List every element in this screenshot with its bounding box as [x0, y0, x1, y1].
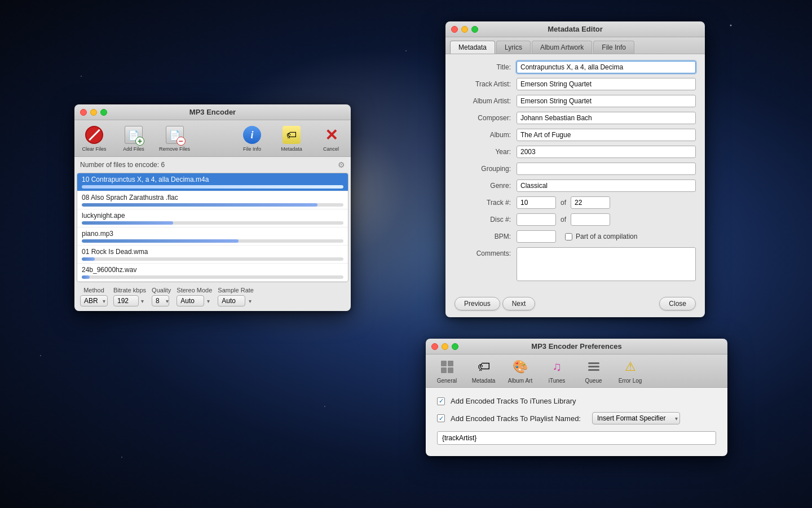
meta-minimize-button[interactable]: [461, 26, 468, 33]
disc-total-input[interactable]: [571, 213, 610, 226]
clear-icon-visual: [85, 126, 103, 144]
meta-traffic-lights: [451, 26, 478, 33]
quality-setting: Quality 8: [152, 287, 171, 306]
remove-icon: 📄: [165, 125, 185, 145]
compilation-checkbox[interactable]: [565, 233, 572, 240]
format-specifier-select[interactable]: Insert Format Specifier: [592, 412, 680, 424]
progress-bar-fill: [82, 239, 239, 243]
pref-maximize-button[interactable]: [452, 343, 458, 350]
general-icon: [438, 358, 456, 376]
bitrate-select[interactable]: 192: [113, 295, 139, 306]
meta-icon-visual: 🏷: [283, 126, 301, 144]
mp3-content: Clear Files 📄 Add Files 📄 Remove Files i: [74, 120, 351, 311]
pref-close-button[interactable]: [431, 343, 438, 350]
meta-window-title: Metadata Editor: [548, 25, 603, 33]
compilation-label: Part of a compilation: [576, 233, 637, 240]
album-artist-row: Album Artist:: [454, 95, 696, 107]
track-number-input[interactable]: [517, 196, 556, 209]
comments-textarea[interactable]: [517, 247, 696, 281]
album-artist-input[interactable]: [517, 95, 696, 107]
tab-file-info[interactable]: File Info: [593, 41, 634, 54]
format-text-input[interactable]: [437, 431, 716, 445]
error-log-icon: ⚠: [621, 358, 639, 376]
minimize-button[interactable]: [90, 109, 97, 116]
quality-select[interactable]: 8: [152, 295, 169, 306]
progress-bar-bg: [82, 203, 343, 207]
list-item[interactable]: luckynight.ape: [77, 209, 348, 227]
track-row: Track #: of: [454, 196, 696, 209]
remove-files-label: Remove Files: [159, 146, 190, 152]
progress-bar-fill: [82, 185, 343, 189]
pref-content: ✓ Add Encoded Tracks To iTunes Library ✓…: [426, 388, 727, 456]
pref-metadata-label: Metadata: [472, 378, 496, 384]
pref-general-button[interactable]: General: [431, 358, 462, 384]
previous-button[interactable]: Previous: [454, 297, 500, 310]
grouping-input[interactable]: [517, 163, 696, 175]
album-input[interactable]: [517, 129, 696, 141]
track-of: of: [556, 199, 571, 207]
pref-metadata-button[interactable]: 🏷 Metadata: [468, 358, 499, 384]
album-artist-label: Album Artist:: [454, 97, 517, 105]
disc-number-input[interactable]: [517, 213, 556, 226]
stereo-select[interactable]: Auto: [176, 295, 204, 306]
pref-metadata-icon: 🏷: [475, 358, 493, 376]
remove-files-button[interactable]: 📄 Remove Files: [159, 125, 190, 152]
meta-maximize-button[interactable]: [471, 26, 478, 33]
list-item[interactable]: 01 Rock Is Dead.wma: [77, 246, 348, 264]
list-item[interactable]: piano.mp3: [77, 227, 348, 246]
quality-label: Quality: [152, 287, 171, 294]
stereo-label: Stereo Mode: [176, 287, 212, 294]
close-button[interactable]: [80, 109, 87, 116]
clear-files-label: Clear Files: [82, 146, 106, 152]
pref-errorlog-button[interactable]: ⚠ Error Log: [615, 358, 646, 384]
sample-label: Sample Rate: [218, 287, 254, 294]
grouping-row: Grouping:: [454, 163, 696, 175]
list-item[interactable]: 10 Contrapunctus X, a 4, alla Decima.m4a: [77, 173, 348, 191]
progress-bar-bg: [82, 185, 343, 189]
maximize-button[interactable]: [100, 109, 107, 116]
pref-window-title: MP3 Encoder Preferences: [531, 342, 621, 351]
pref-queue-button[interactable]: Queue: [578, 358, 609, 384]
clear-files-button[interactable]: Clear Files: [80, 125, 108, 152]
list-item[interactable]: 24b_96000hz.wav: [77, 264, 348, 282]
track-artist-input[interactable]: [517, 78, 696, 90]
tab-lyrics[interactable]: Lyrics: [496, 41, 531, 54]
grouping-label: Grouping:: [454, 165, 517, 173]
next-button[interactable]: Next: [502, 297, 536, 310]
tab-metadata[interactable]: Metadata: [450, 41, 495, 54]
track-total-input[interactable]: [571, 196, 610, 209]
tab-album-artwork[interactable]: Album Artwork: [532, 41, 592, 54]
metadata-button[interactable]: 🏷 Metadata: [277, 125, 306, 152]
file-name: luckynight.ape: [82, 212, 343, 220]
pref-minimize-button[interactable]: [442, 343, 448, 350]
list-item[interactable]: 08 Also Sprach Zarathustra .flac: [77, 191, 348, 209]
comments-row: Comments:: [454, 247, 696, 281]
playlist-checkbox[interactable]: ✓: [437, 414, 445, 422]
disc-of: of: [556, 216, 571, 224]
file-info-button[interactable]: i File Info: [238, 125, 266, 152]
sample-select[interactable]: Auto: [218, 295, 245, 306]
general-label: General: [437, 378, 457, 384]
pref-itunes-button[interactable]: ♫ iTunes: [541, 358, 572, 384]
file-name: 01 Rock Is Dead.wma: [82, 248, 343, 256]
title-input[interactable]: [517, 61, 696, 73]
queue-label: Queue: [585, 378, 602, 384]
preferences-window: MP3 Encoder Preferences General 🏷 Metada…: [426, 339, 727, 456]
pref-toolbar: General 🏷 Metadata 🎨 Album Art ♫ iTunes …: [426, 354, 727, 388]
meta-close-button[interactable]: [451, 26, 458, 33]
meta-form: Title: Track Artist: Album Artist: Compo…: [445, 54, 705, 292]
year-input[interactable]: [517, 146, 696, 158]
method-select[interactable]: ABR: [80, 295, 108, 306]
composer-input[interactable]: [517, 112, 696, 124]
format-specifier-select-wrapper: Insert Format Specifier: [586, 412, 680, 424]
itunes-library-checkbox[interactable]: ✓: [437, 397, 445, 405]
bpm-input[interactable]: [517, 230, 556, 243]
method-label: Method: [80, 287, 108, 294]
progress-bar-bg: [82, 239, 343, 243]
cancel-button[interactable]: ✕ Cancel: [317, 125, 345, 152]
close-button[interactable]: Close: [659, 297, 696, 310]
add-files-button[interactable]: 📄 Add Files: [120, 125, 148, 152]
quality-select-wrapper: 8: [152, 295, 171, 306]
genre-input[interactable]: [517, 179, 696, 192]
pref-albumart-button[interactable]: 🎨 Album Art: [505, 358, 536, 384]
